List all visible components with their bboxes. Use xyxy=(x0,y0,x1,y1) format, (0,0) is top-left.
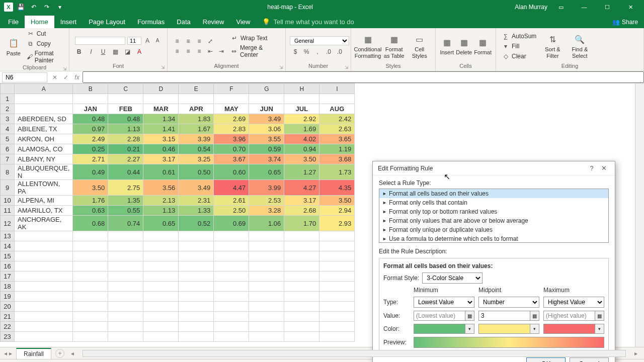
data-cell[interactable]: 4.35 xyxy=(319,180,355,196)
data-cell[interactable]: 3.55 xyxy=(249,134,284,144)
indent-dec-icon[interactable]: ⇤ xyxy=(206,47,214,55)
data-cell[interactable]: 2.93 xyxy=(319,216,355,231)
col-header[interactable] xyxy=(1,84,15,94)
font-name-combo[interactable] xyxy=(75,37,125,45)
data-cell[interactable]: 0.97 xyxy=(73,124,108,134)
data-cell[interactable]: 2.92 xyxy=(284,114,319,124)
comma-icon[interactable]: , xyxy=(313,48,321,56)
indent-inc-icon[interactable]: ⇥ xyxy=(217,47,225,55)
rule-type-item[interactable]: ► Format only top or bottom ranked value… xyxy=(379,207,608,216)
data-cell[interactable]: 1.76 xyxy=(73,196,108,206)
data-cell[interactable]: 0.21 xyxy=(108,144,143,154)
data-cell[interactable]: 0.60 xyxy=(214,164,249,180)
data-cell[interactable]: 0.48 xyxy=(108,114,143,124)
month-header[interactable]: AUG xyxy=(319,104,355,114)
tab-home[interactable]: Home xyxy=(25,16,54,28)
data-cell[interactable]: 1.13 xyxy=(143,206,179,216)
tab-review[interactable]: Review xyxy=(197,16,230,28)
tab-view[interactable]: View xyxy=(230,16,256,28)
col-header[interactable]: I xyxy=(319,84,355,94)
rule-type-list[interactable]: ► Format all cells based on their values… xyxy=(379,189,609,243)
row-header[interactable]: 16 xyxy=(1,261,15,272)
row-header[interactable]: 5 xyxy=(1,134,15,144)
city-cell[interactable]: ALPENA, MI xyxy=(15,196,73,206)
row-header[interactable]: 2 xyxy=(1,104,15,114)
cut-button[interactable]: ✂Cut xyxy=(25,29,65,38)
city-cell[interactable]: ABERDEEN, SD xyxy=(15,114,73,124)
ribbon-options-button[interactable]: ▭ xyxy=(551,0,571,14)
number-launcher[interactable]: ⇲ xyxy=(345,65,349,70)
find-select-button[interactable]: 🔍Find & Select xyxy=(567,33,592,58)
share-button[interactable]: 👥 Share xyxy=(606,16,644,28)
row-header[interactable]: 11 xyxy=(1,206,15,216)
clear-button[interactable]: ◇Clear xyxy=(500,52,538,61)
data-cell[interactable]: 1.27 xyxy=(284,164,319,180)
col-header[interactable]: F xyxy=(214,84,249,94)
data-cell[interactable]: 0.46 xyxy=(143,144,179,154)
city-cell[interactable]: ALBUQUERQUE, N xyxy=(15,164,73,180)
format-cells-button[interactable]: ▦Format xyxy=(474,36,492,55)
data-cell[interactable]: 0.61 xyxy=(143,164,179,180)
rule-type-item[interactable]: ► Format only cells that contain xyxy=(379,198,608,207)
rule-type-item[interactable]: ► Format only unique or duplicate values xyxy=(379,225,608,234)
data-cell[interactable]: 0.70 xyxy=(214,144,249,154)
dialog-help-button[interactable]: ? xyxy=(586,164,598,172)
data-cell[interactable]: 2.49 xyxy=(73,134,108,144)
cell-styles-button[interactable]: ▭Cell Styles xyxy=(408,33,432,58)
format-style-select[interactable]: 3-Color Scale xyxy=(422,273,482,284)
delete-cells-button[interactable]: ▦Delete xyxy=(456,36,472,55)
formula-input[interactable] xyxy=(83,71,644,83)
data-cell[interactable]: 3.50 xyxy=(73,180,108,196)
close-window-button[interactable]: ✕ xyxy=(621,0,640,14)
min-value-picker[interactable]: ▦ xyxy=(465,311,474,321)
data-cell[interactable]: 1.69 xyxy=(284,124,319,134)
row-header[interactable]: 4 xyxy=(1,124,15,134)
data-cell[interactable]: 3.25 xyxy=(179,154,214,164)
data-cell[interactable]: 3.06 xyxy=(249,124,284,134)
month-header[interactable]: JAN xyxy=(73,104,108,114)
save-button[interactable]: 💾 xyxy=(15,2,26,13)
align-left-icon[interactable]: ≡ xyxy=(173,47,181,55)
data-cell[interactable]: 2.94 xyxy=(319,206,355,216)
row-header[interactable]: 20 xyxy=(1,302,15,312)
align-top-icon[interactable]: ≡ xyxy=(173,37,181,45)
mid-value-input[interactable] xyxy=(478,311,530,321)
data-cell[interactable]: 2.31 xyxy=(179,196,214,206)
data-cell[interactable]: 0.52 xyxy=(179,216,214,231)
data-cell[interactable]: 2.75 xyxy=(108,180,143,196)
format-as-table-button[interactable]: ▦Format as Table xyxy=(382,33,406,58)
mid-color-swatch[interactable]: ▾ xyxy=(478,324,539,334)
mid-value-picker[interactable]: ▦ xyxy=(530,311,539,321)
merge-center-button[interactable]: ⇔Merge & Center xyxy=(229,44,281,59)
row-header[interactable]: 10 xyxy=(1,196,15,206)
horizontal-scrollbar[interactable] xyxy=(83,350,626,357)
percent-icon[interactable]: % xyxy=(302,48,310,56)
data-cell[interactable]: 3.17 xyxy=(143,154,179,164)
fill-button[interactable]: ▾Fill xyxy=(500,42,538,51)
data-cell[interactable]: 0.74 xyxy=(108,216,143,231)
city-cell[interactable]: AMARILLO, TX xyxy=(15,206,73,216)
data-cell[interactable]: 2.71 xyxy=(73,154,108,164)
paste-button[interactable]: 📋 Paste xyxy=(4,37,23,56)
data-cell[interactable]: 3.28 xyxy=(249,206,284,216)
cancel-button[interactable]: Cancel xyxy=(570,357,609,362)
hscroll-right[interactable]: ▸ xyxy=(632,350,640,357)
month-header[interactable]: MAR xyxy=(143,104,179,114)
data-cell[interactable]: 1.73 xyxy=(319,164,355,180)
data-cell[interactable]: 1.13 xyxy=(108,124,143,134)
data-cell[interactable]: 1.41 xyxy=(143,124,179,134)
data-cell[interactable]: 2.61 xyxy=(214,196,249,206)
min-color-swatch[interactable]: ▾ xyxy=(414,324,474,334)
data-cell[interactable]: 3.65 xyxy=(319,134,355,144)
data-cell[interactable]: 2.13 xyxy=(143,196,179,206)
align-middle-icon[interactable]: ≡ xyxy=(184,37,192,45)
decrease-font-icon[interactable]: A xyxy=(153,37,162,45)
insert-cells-button[interactable]: ▦Insert xyxy=(440,36,454,55)
tab-page-layout[interactable]: Page Layout xyxy=(83,16,131,28)
wrap-text-button[interactable]: ↵Wrap Text xyxy=(229,34,281,43)
tell-me-search[interactable]: 💡 Tell me what you want to do xyxy=(256,16,360,28)
data-cell[interactable]: 2.28 xyxy=(108,134,143,144)
data-cell[interactable]: 1.35 xyxy=(108,196,143,206)
data-cell[interactable]: 1.19 xyxy=(319,144,355,154)
month-header[interactable]: MAY xyxy=(214,104,249,114)
